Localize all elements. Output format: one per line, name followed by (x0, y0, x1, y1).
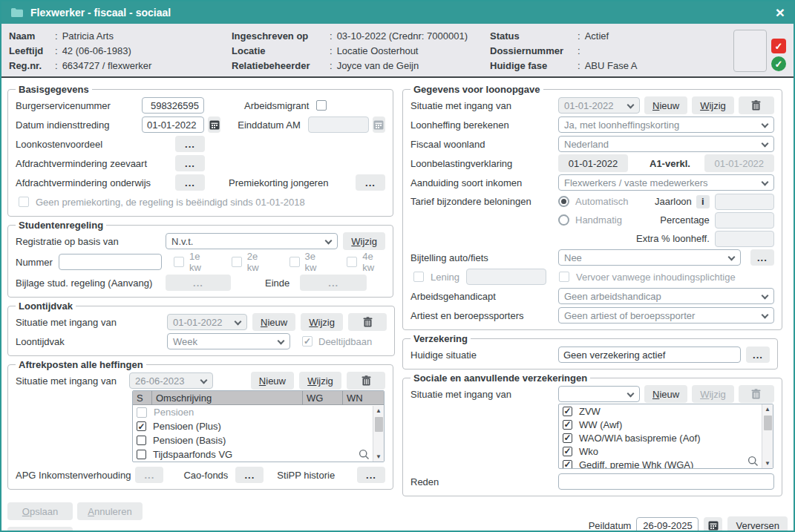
stipp-historie-dots-button[interactable]: ... (357, 467, 385, 483)
bijtelling-dots-button[interactable]: ... (750, 249, 774, 266)
item-checkbox[interactable]: ✓ (563, 420, 572, 430)
relatiebeheerder-value: Joyce van de Geijn (337, 60, 419, 71)
arbeidsgehandicapt-select[interactable]: Geen arbeidshandicap (558, 288, 774, 304)
loonheffing-select[interactable]: Ja, met loonheffingskorting (558, 116, 774, 133)
info-icon[interactable]: i (696, 195, 710, 208)
item-checkbox[interactable]: ✓ (563, 407, 572, 416)
lening-input[interactable] (466, 269, 546, 285)
einddatum-am-input[interactable] (308, 116, 369, 133)
list-item[interactable]: ✓Gediff. premie Whk (WGA) (559, 458, 773, 469)
automatisch-radio[interactable] (558, 196, 569, 207)
afdrachtvermindering-onderwijs-dots-button[interactable]: ... (175, 174, 205, 191)
loonopgave-nieuw-button[interactable]: Nieuw (644, 96, 687, 114)
lening-checkbox[interactable] (413, 272, 424, 282)
item-checkbox[interactable]: ✓ (563, 460, 572, 470)
list-item[interactable]: ✓WW (Awf) (559, 418, 773, 431)
registratie-select[interactable]: N.v.t. (166, 233, 338, 249)
huidige-situatie-input[interactable] (558, 347, 741, 363)
bsn-input[interactable] (142, 97, 204, 114)
table-row[interactable]: ✓ Pensioen (Plus) (133, 419, 384, 433)
scroll-thumb[interactable] (764, 416, 772, 430)
kw4-checkbox[interactable] (347, 257, 357, 267)
woonland-select[interactable]: Nederland (558, 136, 774, 152)
jaarloon-input[interactable] (715, 194, 774, 210)
loonopgave-delete-button[interactable] (739, 96, 774, 114)
bijlage-einde-dots-button[interactable]: ... (300, 275, 367, 291)
row-checkbox[interactable]: ✓ (137, 421, 146, 431)
extra-loonheffing-input[interactable] (715, 231, 774, 247)
list-item[interactable]: ✓Wko (559, 444, 773, 458)
loontijdvak-select[interactable]: Week (167, 333, 290, 349)
close-icon[interactable]: × (776, 5, 785, 20)
loontijdvak-wijzig-button[interactable]: Wijzig (301, 313, 343, 331)
kw1-checkbox[interactable] (174, 257, 184, 267)
loontijdvak-nieuw-button[interactable]: Nieuw (252, 313, 295, 331)
geen-premiekorting-checkbox[interactable] (19, 197, 29, 207)
item-checkbox[interactable]: ✓ (563, 433, 572, 443)
aftrekposten-delete-button[interactable] (347, 372, 385, 390)
row-checkbox[interactable] (137, 407, 147, 418)
loonbelastingverklaring-date-button[interactable]: 01-01-2022 (558, 154, 628, 172)
list-item[interactable]: ✓WAO/WIA basispremie (Aof) (559, 431, 773, 444)
loonkostenvoordeel-dots-button[interactable]: ... (175, 136, 205, 152)
percentage-input[interactable] (715, 212, 774, 229)
table-row[interactable]: Pensioen (133, 405, 384, 419)
loontijdvak-situatie-select[interactable]: 01-01-2022 (167, 314, 247, 330)
soort-inkomen-select[interactable]: Flexwerkers / vaste medewerkers (558, 174, 774, 191)
scroll-down-icon[interactable]: ▼ (373, 452, 384, 462)
opslaan-button[interactable]: Opslaan (7, 502, 73, 520)
artiest-select[interactable]: Geen artiest of beroepssporter (558, 307, 774, 324)
handmatig-radio[interactable] (558, 214, 569, 226)
sociale-wijzig-button[interactable]: Wijzig (692, 385, 734, 403)
verversen-button[interactable]: Verversen (727, 516, 788, 532)
scrollbar[interactable]: ▲ ▼ (762, 404, 773, 468)
studenten-wijzig-button[interactable]: Wijzig (343, 232, 385, 250)
bijlage-aanvang-label: Bijlage stud. regeling (Aanvang) (16, 278, 166, 289)
scroll-thumb[interactable] (375, 417, 383, 432)
aftrekposten-situatie-select[interactable]: 26-06-2023 (129, 372, 213, 389)
afdrachtvermindering-zeevaart-dots-button[interactable]: ... (175, 155, 205, 171)
calendar-icon-disabled[interactable] (373, 116, 385, 133)
row-checkbox[interactable] (137, 450, 146, 459)
aftrekposten-nieuw-button[interactable]: Nieuw (251, 372, 294, 390)
loonopgave-situatie-select[interactable]: 01-01-2022 (558, 97, 640, 114)
scroll-up-icon[interactable]: ▲ (762, 404, 773, 414)
bijtelling-select[interactable]: Nee (558, 249, 741, 266)
calendar-icon[interactable] (704, 517, 722, 532)
deeltijdbaan-checkbox[interactable]: ✓ (302, 336, 313, 347)
list-item[interactable]: ✓ZVW (559, 404, 773, 418)
row-checkbox[interactable] (137, 436, 146, 445)
sociale-delete-button[interactable] (739, 385, 774, 403)
kw2-checkbox[interactable] (232, 257, 242, 267)
verzekering-dots-button[interactable]: ... (746, 347, 770, 363)
item-checkbox[interactable]: ✓ (563, 447, 572, 456)
bijlage-aanvang-dots-button[interactable]: ... (166, 275, 231, 291)
annuleren-button[interactable]: Annuleren (77, 502, 143, 520)
bijtelling-value: Nee (564, 252, 582, 263)
scrollbar[interactable]: ▲ ▼ (373, 406, 384, 462)
magnifier-icon[interactable] (359, 449, 370, 460)
apg-dots-button[interactable]: ... (135, 467, 163, 483)
arbeidsmigrant-checkbox[interactable] (316, 100, 327, 111)
table-row[interactable]: Tijdspaarfonds VG (133, 447, 384, 462)
aftrekposten-wijzig-button[interactable]: Wijzig (299, 372, 341, 390)
scroll-down-icon[interactable]: ▼ (762, 459, 773, 468)
loonopgave-wijzig-button[interactable]: Wijzig (692, 96, 734, 114)
calendar-icon[interactable] (208, 116, 220, 133)
peildatum-input[interactable] (636, 517, 699, 532)
sociale-nieuw-button[interactable]: Nieuw (644, 385, 687, 403)
kw3-checkbox[interactable] (289, 257, 300, 267)
vervoer-checkbox[interactable] (559, 272, 569, 282)
a1-verklaring-date-button[interactable]: 01-01-2022 (704, 154, 774, 172)
sociale-situatie-select[interactable] (558, 386, 640, 402)
cao-fonds-dots-button[interactable]: ... (235, 467, 264, 483)
scroll-up-icon[interactable]: ▲ (373, 406, 384, 416)
ok-button[interactable]: Ok (7, 527, 73, 532)
datum-indiensttreding-input[interactable] (142, 116, 204, 133)
reden-input[interactable] (558, 473, 774, 490)
nummer-input[interactable] (59, 254, 162, 270)
loontijdvak-delete-button[interactable] (348, 313, 387, 331)
table-row[interactable]: Pensioen (Basis) (133, 433, 384, 447)
premiekorting-jongeren-dots-button[interactable]: ... (356, 174, 385, 191)
magnifier-icon[interactable] (747, 456, 759, 467)
